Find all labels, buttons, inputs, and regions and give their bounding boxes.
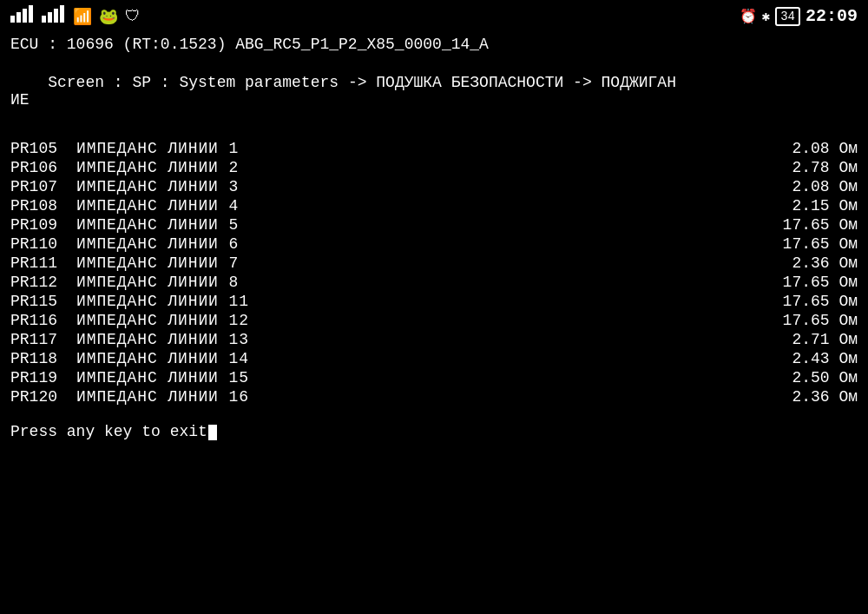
param-code: PR109 xyxy=(10,216,62,234)
param-value: 17.65 Ом xyxy=(753,312,858,329)
param-name: ИМПЕДАНС ЛИНИИ 15 xyxy=(76,369,249,386)
param-code: PR111 xyxy=(10,254,62,272)
param-code: PR117 xyxy=(10,331,62,348)
param-value: 17.65 Ом xyxy=(753,235,858,253)
table-row: PR109ИМПЕДАНС ЛИНИИ 517.65 Ом xyxy=(10,216,858,234)
param-name: ИМПЕДАНС ЛИНИИ 3 xyxy=(76,178,239,195)
param-code: PR118 xyxy=(10,350,62,367)
param-name: ИМПЕДАНС ЛИНИИ 6 xyxy=(76,235,239,253)
param-name: ИМПЕДАНС ЛИНИИ 7 xyxy=(76,254,239,272)
param-value: 2.15 Ом xyxy=(753,197,858,215)
param-code: PR106 xyxy=(10,159,62,176)
param-name: ИМПЕДАНС ЛИНИИ 16 xyxy=(76,388,249,406)
svg-rect-4 xyxy=(42,16,46,23)
wifi-icon: 📶 xyxy=(73,7,92,26)
status-left: 📶 🐸 🛡 xyxy=(10,5,141,27)
main-content: ECU : 10696 (RT:0.1523) ABG_RC5_P1_P2_X8… xyxy=(0,32,868,444)
param-value: 17.65 Ом xyxy=(753,274,858,291)
time-display: 22:09 xyxy=(806,6,858,26)
param-name: ИМПЕДАНС ЛИНИИ 14 xyxy=(76,350,249,367)
table-row: PR111ИМПЕДАНС ЛИНИИ 72.36 Ом xyxy=(10,254,858,272)
svg-rect-1 xyxy=(16,12,21,23)
svg-rect-3 xyxy=(29,5,33,23)
param-value: 2.71 Ом xyxy=(753,331,858,348)
table-row: PR108ИМПЕДАНС ЛИНИИ 42.15 Ом xyxy=(10,197,858,215)
table-row: PR105ИМПЕДАНС ЛИНИИ 12.08 Ом xyxy=(10,140,858,157)
status-right: ⏰ ✱ 34 22:09 xyxy=(740,6,858,26)
screen-path: Screen : SP : System parameters -> ПОДУШ… xyxy=(10,56,858,126)
param-code: PR112 xyxy=(10,274,62,291)
table-row: PR119ИМПЕДАНС ЛИНИИ 152.50 Ом xyxy=(10,369,858,386)
param-name: ИМПЕДАНС ЛИНИИ 13 xyxy=(76,331,249,348)
table-row: PR110ИМПЕДАНС ЛИНИИ 617.65 Ом xyxy=(10,235,858,253)
param-value: 17.65 Ом xyxy=(753,216,858,234)
signal-bar-1 xyxy=(10,5,35,27)
svg-rect-7 xyxy=(60,5,64,23)
cursor xyxy=(208,425,217,440)
face-icon: 🐸 xyxy=(99,7,118,26)
table-row: PR116ИМПЕДАНС ЛИНИИ 1217.65 Ом xyxy=(10,312,858,329)
param-value: 2.36 Ом xyxy=(753,254,858,272)
param-code: PR108 xyxy=(10,197,62,215)
param-name: ИМПЕДАНС ЛИНИИ 12 xyxy=(76,312,249,329)
bluetooth-icon: ✱ xyxy=(762,8,771,25)
param-code: PR119 xyxy=(10,369,62,386)
table-row: PR118ИМПЕДАНС ЛИНИИ 142.43 Ом xyxy=(10,350,858,367)
signal-bar-2 xyxy=(42,5,66,27)
battery-indicator: 34 xyxy=(775,7,800,26)
table-row: PR106ИМПЕДАНС ЛИНИИ 22.78 Ом xyxy=(10,159,858,176)
param-code: PR110 xyxy=(10,235,62,253)
param-code: PR116 xyxy=(10,312,62,329)
param-code: PR107 xyxy=(10,178,62,195)
alarm-icon: ⏰ xyxy=(740,8,757,25)
ecu-header: ECU : 10696 (RT:0.1523) ABG_RC5_P1_P2_X8… xyxy=(10,36,858,53)
param-name: ИМПЕДАНС ЛИНИИ 5 xyxy=(76,216,239,234)
param-value: 2.08 Ом xyxy=(753,178,858,195)
table-row: PR120ИМПЕДАНС ЛИНИИ 162.36 Ом xyxy=(10,388,858,406)
param-value: 2.36 Ом xyxy=(753,388,858,406)
table-row: PR107ИМПЕДАНС ЛИНИИ 32.08 Ом xyxy=(10,178,858,195)
param-code: PR120 xyxy=(10,388,62,406)
param-value: 17.65 Ом xyxy=(753,293,858,310)
param-value: 2.50 Ом xyxy=(753,369,858,386)
svg-rect-0 xyxy=(10,16,15,23)
params-table: PR105ИМПЕДАНС ЛИНИИ 12.08 ОмPR106ИМПЕДАН… xyxy=(10,140,858,406)
status-bar: 📶 🐸 🛡 ⏰ ✱ 34 22:09 xyxy=(0,0,868,32)
table-row: PR112ИМПЕДАНС ЛИНИИ 817.65 Ом xyxy=(10,274,858,291)
param-code: PR105 xyxy=(10,140,62,157)
svg-rect-5 xyxy=(48,12,52,23)
svg-rect-6 xyxy=(54,9,58,23)
param-name: ИМПЕДАНС ЛИНИИ 1 xyxy=(76,140,239,157)
svg-rect-2 xyxy=(23,9,27,23)
param-name: ИМПЕДАНС ЛИНИИ 11 xyxy=(76,293,249,310)
param-name: ИМПЕДАНС ЛИНИИ 4 xyxy=(76,197,239,215)
param-name: ИМПЕДАНС ЛИНИИ 2 xyxy=(76,159,239,176)
param-name: ИМПЕДАНС ЛИНИИ 8 xyxy=(76,274,239,291)
table-row: PR117ИМПЕДАНС ЛИНИИ 132.71 Ом xyxy=(10,331,858,348)
param-value: 2.78 Ом xyxy=(753,159,858,176)
shield-icon: 🛡 xyxy=(125,7,141,25)
press-to-exit: Press any key to exit xyxy=(10,423,858,440)
table-row: PR115ИМПЕДАНС ЛИНИИ 1117.65 Ом xyxy=(10,293,858,310)
param-code: PR115 xyxy=(10,293,62,310)
param-value: 2.08 Ом xyxy=(753,140,858,157)
battery-level: 34 xyxy=(780,10,795,23)
param-value: 2.43 Ом xyxy=(753,350,858,367)
